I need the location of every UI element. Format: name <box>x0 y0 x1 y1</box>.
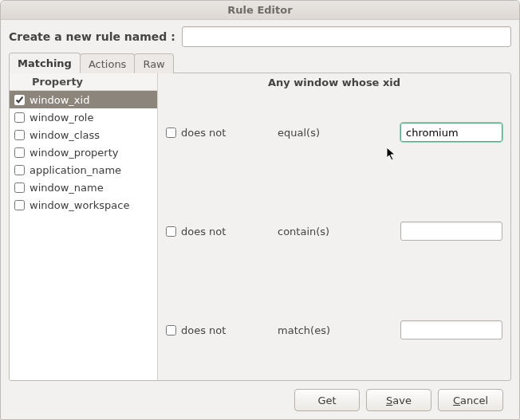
property-check-window-property[interactable] <box>14 147 25 158</box>
rule-name-label: Create a new rule named : <box>9 30 175 43</box>
property-list-header: Property <box>10 73 157 91</box>
matcher-panel: Any window whose xid does not equal(s) d… <box>158 73 510 380</box>
property-label: window_name <box>30 182 104 194</box>
rule-name-row: Create a new rule named : <box>9 26 511 47</box>
negate-check-contains[interactable] <box>166 226 176 237</box>
cancel-button[interactable]: Cancel <box>438 389 503 411</box>
property-label: window_property <box>30 147 118 159</box>
operator-label-equals: equal(s) <box>278 127 397 139</box>
property-label: application_name <box>30 164 121 176</box>
matcher-row-contains: does not contain(s) <box>166 219 502 243</box>
tab-actions[interactable]: Actions <box>80 53 136 73</box>
dialog-footer: Get Save Cancel <box>9 381 511 419</box>
property-check-window-class[interactable] <box>14 130 25 140</box>
property-check-application-name[interactable] <box>14 165 25 175</box>
property-label: window_class <box>30 129 100 141</box>
property-row-window-name[interactable]: window_name <box>10 179 157 196</box>
property-row-window-workspace[interactable]: window_workspace <box>10 196 157 214</box>
negate-check-equals[interactable] <box>166 128 176 138</box>
operator-label-matches: match(es) <box>278 324 397 336</box>
value-input-equals[interactable] <box>400 123 502 142</box>
value-input-contains[interactable] <box>400 222 502 241</box>
negate-check-matches[interactable] <box>166 325 176 336</box>
tab-raw[interactable]: Raw <box>134 53 173 73</box>
matcher-row-equals: does not equal(s) <box>166 120 502 144</box>
tab-matching[interactable]: Matching <box>9 53 81 73</box>
rule-name-input[interactable] <box>182 26 511 47</box>
get-button[interactable]: Get <box>294 389 360 411</box>
get-button-label: Get <box>317 394 336 406</box>
property-label: window_xid <box>30 94 89 106</box>
save-button[interactable]: Save <box>366 389 431 411</box>
property-label: window_workspace <box>30 199 129 211</box>
tab-raw-label: Raw <box>143 58 164 70</box>
operator-label-contains: contain(s) <box>278 226 397 237</box>
property-check-window-role[interactable] <box>14 112 25 123</box>
property-row-window-xid[interactable]: window_xid <box>10 91 157 108</box>
property-check-window-workspace[interactable] <box>14 200 25 210</box>
property-row-window-property[interactable]: window_property <box>10 143 157 161</box>
tab-matching-label: Matching <box>18 57 72 69</box>
property-check-window-name[interactable] <box>14 183 25 193</box>
property-label: window_role <box>30 112 93 124</box>
window-content: Create a new rule named : Matching Actio… <box>1 20 519 419</box>
negate-label: does not <box>181 127 226 139</box>
cursor-icon <box>386 147 399 163</box>
window-titlebar: Rule Editor <box>1 1 519 20</box>
rule-editor-window: Rule Editor Create a new rule named : Ma… <box>0 0 520 420</box>
negate-label: does not <box>181 324 226 336</box>
tab-actions-label: Actions <box>89 58 127 70</box>
tabs-strip: Matching Actions Raw <box>9 52 511 73</box>
tab-body: Property window_xid window_role window_c… <box>9 73 511 381</box>
property-list: Property window_xid window_role window_c… <box>10 73 158 380</box>
property-row-application-name[interactable]: application_name <box>10 161 157 179</box>
property-row-window-class[interactable]: window_class <box>10 126 157 143</box>
property-check-window-xid[interactable] <box>14 95 25 105</box>
property-row-window-role[interactable]: window_role <box>10 108 157 126</box>
negate-label: does not <box>181 226 226 237</box>
window-title: Rule Editor <box>227 4 292 16</box>
value-input-matches[interactable] <box>400 320 502 340</box>
matcher-header: Any window whose xid <box>166 77 502 88</box>
matcher-row-matches: does not match(es) <box>166 318 502 342</box>
